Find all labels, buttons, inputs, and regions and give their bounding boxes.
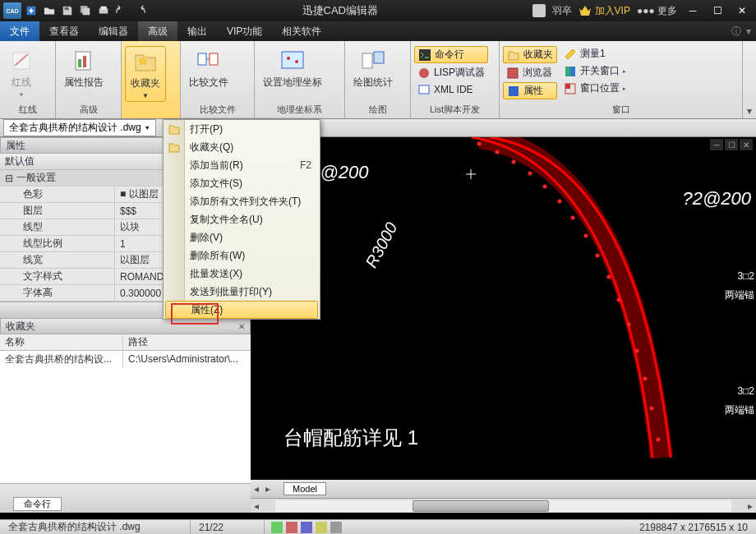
save-icon[interactable] — [59, 2, 76, 19]
fav-col-path[interactable]: 路径 — [123, 334, 153, 350]
menubar: 文件 查看器 编辑器 高级 输出 VIP功能 相关软件 ⓘ▾ — [0, 21, 756, 41]
status-toggles[interactable] — [265, 522, 348, 533]
svg-point-34 — [607, 275, 611, 279]
file-tab[interactable]: 全套古典拱桥的结构设计 .dwg▼ — [3, 119, 156, 136]
maximize-button[interactable]: ☐ — [708, 3, 726, 18]
undo-icon[interactable] — [113, 2, 130, 19]
favorites-dropdown: 打开(P) 收藏夹(Q) 添加当前(R)F2 添加文件(S) 添加所有文件到文件… — [163, 119, 320, 320]
toggle-window-button[interactable]: 开关窗口▸ — [560, 63, 629, 79]
menu-chevron-icon[interactable]: ▾ — [746, 25, 751, 37]
saveall-icon[interactable] — [77, 2, 94, 19]
prop-section-general[interactable]: 一般设置 — [16, 171, 56, 185]
browser-button[interactable]: 浏览器 — [503, 65, 557, 81]
cmdline-button[interactable]: 命令行 — [414, 46, 488, 63]
measure-button[interactable]: 测量1 — [560, 46, 629, 62]
cmdline-tab[interactable]: 命令行 — [13, 497, 62, 511]
vip-button[interactable]: 加入VIP — [579, 4, 630, 18]
stats-button[interactable]: 绘图统计 — [348, 46, 398, 91]
dd-copy-name[interactable]: 复制文件全名(U) — [164, 210, 320, 228]
svg-rect-3 — [101, 7, 107, 10]
tab-prev-icon[interactable]: ◂ — [251, 483, 262, 495]
user-icon[interactable] — [532, 4, 546, 17]
menu-vip[interactable]: VIP功能 — [217, 21, 272, 41]
lisp-button[interactable]: LISP调试器 — [414, 65, 488, 81]
favorites-button[interactable]: 收藏夹▼ — [125, 46, 166, 102]
fav-panel-header: 收藏夹✕ — [0, 318, 251, 334]
svg-point-31 — [571, 216, 575, 220]
svg-point-40 — [657, 438, 661, 442]
group-redline-label: 红线 — [3, 104, 52, 117]
compare-button[interactable]: 比较文件 — [184, 46, 233, 91]
dd-properties[interactable]: 属性(Z) — [165, 301, 318, 319]
dd-add-current[interactable]: 添加当前(R)F2 — [164, 156, 320, 174]
attr-report-button[interactable]: 属性报告 — [59, 46, 108, 91]
svg-point-12 — [295, 60, 298, 63]
group-geo-label: 地理坐标系 — [258, 104, 341, 117]
redo-icon[interactable] — [131, 2, 148, 19]
fav-close-icon[interactable]: ✕ — [238, 322, 245, 331]
ribbon-expand-icon[interactable]: ▾ — [743, 41, 756, 118]
minimize-button[interactable]: ─ — [684, 3, 702, 18]
svg-rect-2 — [99, 8, 108, 13]
svg-point-24 — [382, 451, 448, 480]
menu-related[interactable]: 相关软件 — [272, 21, 331, 41]
status-page: 21/22 — [191, 520, 265, 534]
props-panel-button[interactable]: 属性 — [503, 82, 557, 99]
svg-point-37 — [635, 349, 639, 353]
dd-batch-send[interactable]: 批量发送(X) — [164, 265, 320, 283]
dd-open[interactable]: 打开(P) — [164, 120, 320, 138]
svg-point-36 — [627, 323, 631, 327]
statusbar: 全套古典拱桥的结构设计 .dwg 21/22 2198847 x 2176515… — [0, 519, 756, 534]
geo-button[interactable]: 设置地理坐标 — [258, 46, 327, 91]
svg-point-28 — [528, 172, 532, 176]
menu-editor[interactable]: 编辑器 — [89, 21, 138, 41]
menu-output[interactable]: 输出 — [177, 21, 217, 41]
svg-point-33 — [596, 254, 600, 258]
dd-add-file[interactable]: 添加文件(S) — [164, 174, 320, 192]
window-pos-button[interactable]: 窗口位置▸ — [560, 81, 629, 96]
canvas-text: 3□2两端锚 — [725, 265, 754, 302]
svg-point-32 — [584, 234, 588, 238]
svg-rect-1 — [65, 7, 69, 11]
app-title: 迅捷CAD编辑器 — [148, 3, 532, 18]
close-button[interactable]: ✕ — [733, 3, 751, 18]
svg-rect-7 — [83, 56, 86, 67]
dd-batch-print[interactable]: 发送到批量打印(Y) — [164, 283, 320, 301]
svg-point-27 — [512, 160, 516, 164]
svg-rect-9 — [210, 53, 218, 65]
svg-point-29 — [543, 185, 547, 189]
svg-point-16 — [419, 68, 429, 78]
dd-delete[interactable]: 删除(V) — [164, 228, 320, 246]
prop-key: 线型 — [0, 219, 115, 235]
menu-advanced[interactable]: 高级 — [138, 21, 177, 41]
fav-panel-button[interactable]: 收藏夹 — [503, 46, 557, 63]
hscrollbar[interactable]: ◂ ▸ — [251, 498, 756, 513]
group-advanced-label: 高级 — [59, 104, 118, 117]
user-name[interactable]: 羽卒 — [552, 4, 572, 18]
open-icon[interactable] — [41, 2, 58, 19]
model-tab[interactable]: Model — [284, 482, 326, 495]
new-icon[interactable] — [23, 2, 39, 19]
svg-point-39 — [650, 407, 654, 411]
ribbon: 红线▼ 红线 属性报告 高级 收藏夹▼ 比较文件 比较文件 设置地理坐标 地理坐… — [0, 41, 756, 119]
dd-add-all[interactable]: 添加所有文件到文件夹(T) — [164, 192, 320, 210]
menu-file[interactable]: 文件 — [0, 21, 39, 41]
dd-delete-all[interactable]: 删除所有(W) — [164, 246, 320, 265]
group-script-label: List脚本开发 — [414, 104, 496, 117]
more-button[interactable]: ●●● 更多 — [637, 4, 677, 18]
prop-key: 色彩 — [0, 186, 115, 202]
fav-row[interactable]: 全套古典拱桥的结构设... C:\Users\Administrator\... — [0, 351, 251, 367]
svg-rect-18 — [508, 68, 518, 78]
help-icon[interactable]: ⓘ — [731, 25, 741, 39]
svg-rect-17 — [419, 85, 429, 94]
print-icon[interactable] — [95, 2, 112, 19]
tab-next-icon[interactable]: ▸ — [262, 483, 274, 495]
fav-col-name[interactable]: 名称 — [0, 334, 123, 350]
dd-favorites[interactable]: 收藏夹(Q) — [164, 138, 320, 156]
menu-viewer[interactable]: 查看器 — [39, 21, 89, 41]
drawing-canvas[interactable]: ─ ☐ ✕ — [251, 137, 756, 513]
group-stats-label: 绘图 — [348, 104, 407, 117]
prop-key: 图层 — [0, 203, 115, 219]
xmlide-button[interactable]: XML IDE — [414, 82, 488, 97]
redline-button: 红线▼ — [3, 46, 39, 100]
